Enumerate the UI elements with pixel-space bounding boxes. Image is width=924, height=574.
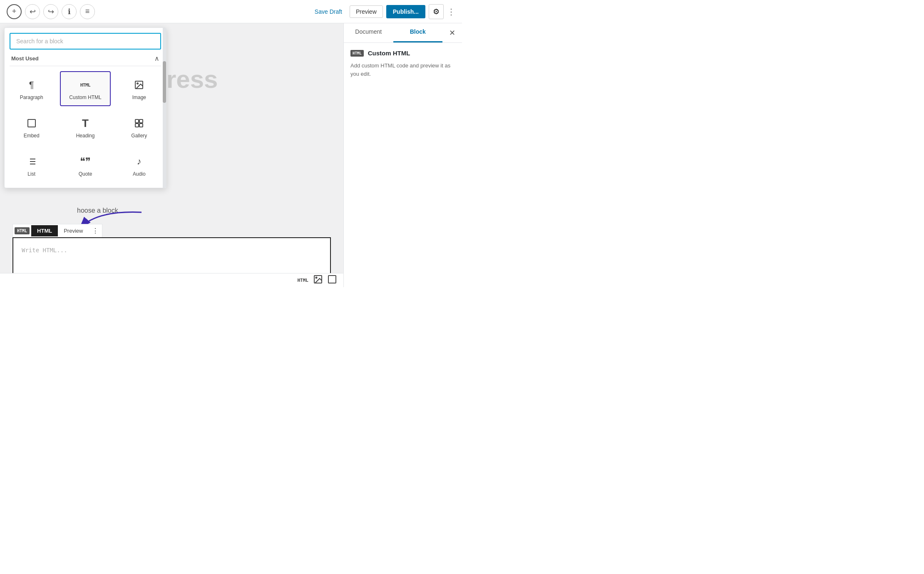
- quote-icon: ❝❞: [80, 155, 91, 168]
- block-label-heading: Heading: [76, 133, 95, 139]
- block-label-custom-html: Custom HTML: [69, 94, 101, 100]
- choose-block-hint: hoose a block: [77, 207, 118, 214]
- embed-icon: [27, 117, 37, 129]
- block-item-audio[interactable]: ♪ Audio: [114, 148, 164, 183]
- frame-view-icon[interactable]: [328, 275, 337, 286]
- blocks-grid: ¶ Paragraph HTML Custom HTML: [5, 66, 166, 188]
- section-title: Most Used: [11, 55, 39, 62]
- paragraph-icon: ¶: [29, 79, 34, 91]
- svg-rect-16: [328, 276, 336, 283]
- main-layout: Most Used ∧ ¶ Paragraph HTML Custom HTML: [0, 23, 462, 287]
- html-tab-html[interactable]: HTML: [31, 225, 58, 236]
- block-label-audio: Audio: [133, 171, 146, 177]
- block-item-quote[interactable]: ❝❞ Quote: [60, 148, 110, 183]
- more-button[interactable]: ⋮: [447, 7, 455, 17]
- right-panel: Document Block ✕ HTML Custom HTML Add cu…: [343, 23, 462, 287]
- bottom-status-bar: HTML: [0, 273, 343, 287]
- list-button[interactable]: ≡: [80, 4, 95, 19]
- editor-background-text: ress: [166, 65, 218, 94]
- save-draft-button[interactable]: Save Draft: [310, 6, 346, 17]
- tab-block[interactable]: Block: [393, 23, 443, 42]
- toolbar-left: + ↩ ↪ ℹ ≡: [7, 4, 95, 19]
- html-block-tabs: HTML HTML Preview ⋮: [12, 224, 102, 237]
- image-view-icon[interactable]: [313, 275, 323, 286]
- svg-rect-6: [139, 124, 143, 127]
- section-header: Most Used ∧: [5, 50, 166, 66]
- collapse-icon[interactable]: ∧: [154, 55, 159, 62]
- block-picker-dropdown: Most Used ∧ ¶ Paragraph HTML Custom HTML: [4, 27, 166, 188]
- svg-point-15: [316, 277, 317, 278]
- info-button[interactable]: ℹ: [62, 4, 77, 19]
- scrollbar[interactable]: [163, 28, 166, 188]
- add-block-button[interactable]: +: [7, 4, 22, 19]
- settings-button[interactable]: ⚙: [429, 4, 444, 19]
- block-label-paragraph: Paragraph: [20, 94, 43, 100]
- block-item-custom-html[interactable]: HTML Custom HTML: [60, 71, 110, 106]
- svg-point-1: [137, 83, 138, 84]
- image-icon: [134, 79, 144, 91]
- svg-rect-2: [28, 119, 35, 127]
- svg-rect-5: [135, 124, 139, 127]
- undo-button[interactable]: ↩: [25, 4, 40, 19]
- html-tab-preview[interactable]: Preview: [58, 225, 89, 236]
- toolbar-right: Save Draft Preview Publish... ⚙ ⋮: [310, 4, 455, 19]
- html-editor-placeholder: Write HTML...: [22, 247, 67, 253]
- svg-rect-3: [135, 119, 139, 123]
- panel-block-name: Custom HTML: [368, 50, 410, 57]
- block-label-quote: Quote: [79, 171, 92, 177]
- block-label-list: List: [27, 171, 35, 177]
- panel-description: Add custom HTML code and preview it as y…: [350, 62, 455, 78]
- block-item-list[interactable]: List: [6, 148, 57, 183]
- block-label-image: Image: [132, 94, 146, 100]
- block-label-gallery: Gallery: [131, 133, 147, 139]
- panel-content: HTML Custom HTML Add custom HTML code an…: [344, 43, 462, 84]
- panel-close-button[interactable]: ✕: [442, 23, 462, 42]
- html-block-badge: HTML: [15, 227, 30, 234]
- editor-area: Most Used ∧ ¶ Paragraph HTML Custom HTML: [0, 23, 343, 287]
- redo-button[interactable]: ↪: [43, 4, 58, 19]
- preview-button[interactable]: Preview: [350, 5, 383, 18]
- block-item-heading[interactable]: T Heading: [60, 109, 110, 144]
- scrollbar-thumb: [163, 61, 166, 103]
- audio-icon: ♪: [137, 155, 142, 168]
- block-item-image[interactable]: Image: [114, 71, 164, 106]
- panel-html-badge: HTML: [350, 50, 364, 57]
- svg-rect-4: [139, 119, 143, 123]
- panel-block-header: HTML Custom HTML: [350, 50, 455, 57]
- tab-document[interactable]: Document: [344, 23, 393, 42]
- toolbar: + ↩ ↪ ℹ ≡ Save Draft Preview Publish... …: [0, 0, 462, 23]
- publish-button[interactable]: Publish...: [386, 5, 425, 18]
- gallery-icon: [134, 117, 144, 129]
- block-item-gallery[interactable]: Gallery: [114, 109, 164, 144]
- search-box-wrapper: [5, 28, 166, 50]
- block-label-embed: Embed: [24, 133, 40, 139]
- block-item-paragraph[interactable]: ¶ Paragraph: [6, 71, 57, 106]
- html-tab-more-button[interactable]: ⋮: [89, 224, 102, 237]
- list-icon: [27, 155, 37, 168]
- custom-html-icon: HTML: [80, 79, 91, 91]
- block-item-embed[interactable]: Embed: [6, 109, 57, 144]
- html-block-wrapper: HTML HTML Preview ⋮ Write HTML...: [12, 224, 331, 275]
- html-editor-area[interactable]: Write HTML...: [12, 237, 331, 275]
- bottom-bar-html-label: HTML: [298, 278, 309, 283]
- heading-icon: T: [82, 117, 89, 129]
- panel-tabs: Document Block ✕: [344, 23, 462, 43]
- search-input[interactable]: [10, 33, 161, 50]
